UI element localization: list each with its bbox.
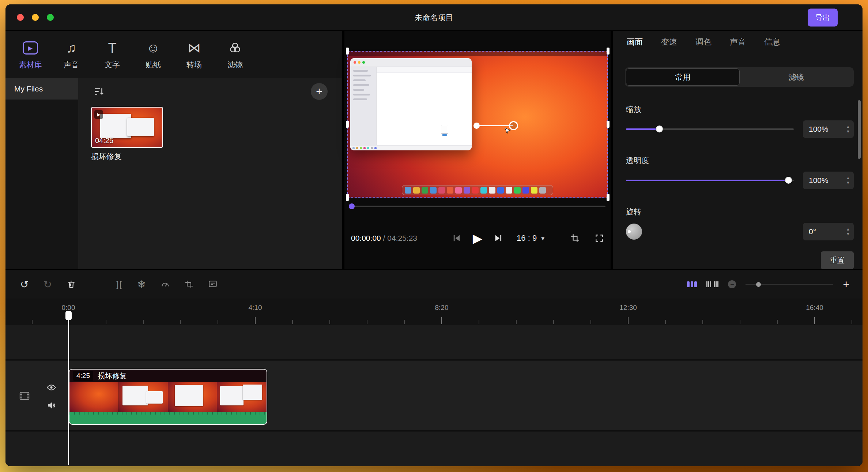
inspector-scrollbar[interactable] [858,100,861,159]
file-icon [441,125,448,134]
timeline-zoom-slider[interactable] [746,284,833,285]
rotation-knob[interactable] [626,224,642,240]
track-row-empty[interactable] [5,432,863,466]
next-frame-button[interactable] [493,233,503,243]
opacity-label: 透明度 [626,156,849,166]
filter-circles-icon [228,40,242,56]
segment-common[interactable]: 常用 [626,68,740,86]
resize-handle-bottom-right[interactable] [607,194,610,201]
ruler-label: 8:20 [435,304,449,312]
segment-filter[interactable]: 滤镜 [740,68,853,86]
resize-handle-top-left[interactable] [346,48,349,55]
track-mute-speaker-icon[interactable] [46,401,56,410]
clip-filmstrip [69,382,267,412]
tab-audio[interactable]: ♫ 声音 [60,40,83,70]
aspect-ratio-select[interactable]: 16 : 9▼ [517,233,546,243]
media-thumbnail: ▶ 04:25 [91,107,163,148]
library-sidebar: My Files [5,78,78,269]
ruler-label: 16:40 [806,304,823,312]
play-button[interactable]: ▶ [473,231,482,246]
note-icon[interactable] [208,280,218,289]
crop-clip-icon[interactable] [185,280,193,289]
undo-icon[interactable]: ↺ [20,278,29,291]
tab-picture[interactable]: 画面 [627,37,643,48]
track-row-empty[interactable] [5,325,863,360]
resize-handle-mid-right[interactable] [607,121,610,128]
tab-filters[interactable]: 滤镜 [223,40,247,70]
video-canvas[interactable] [347,51,608,198]
tab-transitions[interactable]: ⋈ 转场 [182,40,206,70]
close-window-button[interactable] [17,14,24,21]
fullscreen-icon[interactable] [595,233,604,243]
delete-icon[interactable] [67,279,76,289]
freeze-frame-icon[interactable]: ❄ [137,278,146,291]
export-button[interactable]: 导出 [808,8,838,26]
clip-duration: 4:25 [73,371,93,381]
timeline-tracks: 4:25 损坏修复 [5,325,863,466]
media-browser: + ▶ 04:25 损坏修复 [78,78,342,269]
sort-icon[interactable] [94,86,105,97]
tab-speed[interactable]: 变速 [661,37,677,48]
timeline-clip[interactable]: 4:25 损坏修复 [69,369,267,425]
titlebar: 未命名项目 导出 [5,4,863,31]
reset-button[interactable]: 重置 [821,251,854,269]
resize-handle-mid-left[interactable] [346,121,349,128]
finder-content [377,67,472,145]
minimize-window-button[interactable] [32,14,39,21]
traffic-lights [5,14,54,21]
split-clip-icon[interactable]: ][ [116,279,122,289]
timeline-zoom-in-icon[interactable]: + [843,278,849,291]
opacity-stepper[interactable]: ▲▼ [846,176,850,185]
library-panel: ▶ 素材库 ♫ 声音 T 文字 ☺ 贴纸 ⋈ 转场 [5,31,342,269]
scale-stepper[interactable]: ▲▼ [846,125,850,134]
clip-frame [217,382,267,412]
track-visibility-eye-icon[interactable] [46,383,56,392]
thumbnail-view-icon[interactable] [687,281,697,287]
text-icon: T [108,40,116,56]
timeline-zoom-out-icon[interactable]: − [728,280,736,288]
ruler-label: 0:00 [62,304,75,312]
music-note-icon: ♫ [67,40,76,56]
clip-header: 4:25 损坏修复 [69,370,267,382]
media-card[interactable]: ▶ 04:25 损坏修复 [91,107,165,162]
timeline-zoom-thumb[interactable] [756,282,761,287]
tab-stickers[interactable]: ☺ 贴纸 [141,40,165,70]
tab-sound[interactable]: 声音 [730,37,746,48]
track-detail-view-icon[interactable] [706,281,718,287]
rotation-value-field[interactable]: 0° ▲▼ [803,223,854,240]
app-window: 未命名项目 导出 ▶ 素材库 ♫ 声音 T 文字 ☺ 贴纸 [5,4,863,466]
speed-gauge-icon[interactable] [161,280,170,289]
tab-text[interactable]: T 文字 [101,40,124,70]
scale-slider[interactable] [626,128,794,130]
scale-value-field[interactable]: 100% ▲▼ [803,120,854,138]
scale-label: 缩放 [626,104,849,115]
ruler-label: 12:30 [619,304,637,312]
media-title: 损坏修复 [91,151,165,162]
redo-icon[interactable]: ↻ [43,278,52,291]
smiley-icon: ☺ [147,40,160,56]
tab-color[interactable]: 调色 [695,37,712,48]
opacity-slider-thumb[interactable] [785,177,792,184]
media-library-icon: ▶ [23,40,38,56]
video-track-icon [19,392,30,400]
previous-frame-button[interactable] [452,233,462,243]
crop-canvas-icon[interactable] [570,233,580,243]
sidebar-item-my-files[interactable]: My Files [5,78,78,100]
preview-panel: 00:00:00 / 04:25:23 ▶ 16 : 9▼ [342,31,613,269]
scale-slider-thumb[interactable] [656,126,663,132]
tab-info[interactable]: 信息 [764,37,780,48]
timeline-ruler[interactable]: 0:00 4:10 8:20 12:30 16:40 [5,299,863,325]
chevron-down-icon: ▼ [540,235,546,241]
resize-handle-top-right[interactable] [607,48,610,55]
zoom-window-button[interactable] [47,14,54,21]
resize-handle-bottom-left[interactable] [346,194,349,201]
transform-handle-line [476,125,513,126]
rotation-stepper[interactable]: ▲▼ [846,227,850,236]
opacity-slider[interactable] [626,180,794,181]
transform-handle-dot[interactable] [473,123,480,129]
media-duration: 04:25 [95,136,113,145]
video-dock [402,185,553,195]
import-media-button[interactable]: + [311,83,328,100]
tab-media-library[interactable]: ▶ 素材库 [19,40,42,70]
opacity-value-field[interactable]: 100% ▲▼ [803,172,854,189]
